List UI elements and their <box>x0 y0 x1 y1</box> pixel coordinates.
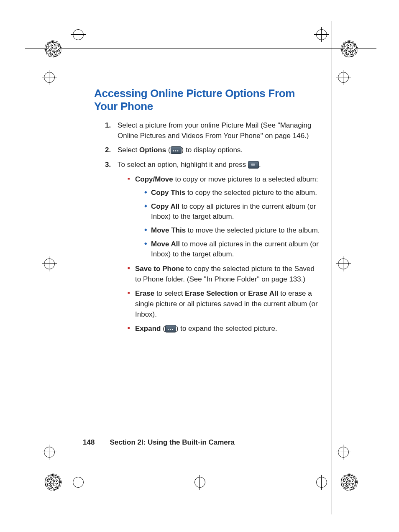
ok-key-icon <box>248 161 259 169</box>
page-content: Accessing Online Picture Options From Yo… <box>94 87 320 338</box>
move-all-label: Move All <box>151 240 180 248</box>
expand-label: Expand <box>135 325 161 332</box>
step-3: To select an option, highlight it and pr… <box>105 160 320 334</box>
step-2-text-a: Select <box>118 146 139 154</box>
copy-all-label: Copy All <box>151 202 179 210</box>
copymove-label: Copy/Move <box>135 175 173 183</box>
star-mark-icon <box>340 473 358 491</box>
softkey-dots-icon <box>165 325 176 332</box>
registration-mark-icon <box>44 447 55 458</box>
erase-text-b: or <box>238 289 248 297</box>
sub-move-this: Move This to move the selected picture t… <box>144 225 320 236</box>
step-2-text-c: ( <box>166 146 170 154</box>
star-mark-icon <box>44 473 62 491</box>
expand-text-b: ) to expand the selected picture. <box>176 325 277 332</box>
option-copymove: Copy/Move to copy or move pictures to a … <box>128 174 320 260</box>
crop-line <box>68 21 68 514</box>
registration-mark-icon <box>44 72 55 83</box>
step-3-text-b: . <box>259 161 261 169</box>
option-save-to-phone: Save to Phone to copy the selected pictu… <box>128 264 320 284</box>
step-1-text: Select a picture from your online Pictur… <box>118 121 311 140</box>
registration-mark-icon <box>338 258 349 269</box>
copy-this-text: to copy the selected picture to the albu… <box>185 189 317 197</box>
section-title: Section 2I: Using the Built-in Camera <box>110 438 235 446</box>
option-erase: Erase to select Erase Selection or Erase… <box>128 289 320 320</box>
step-list: Select a picture from your online Pictur… <box>94 120 320 334</box>
options-label: Options <box>139 146 166 154</box>
sub-move-all: Move All to move all pictures in the cur… <box>144 239 320 260</box>
page-footer: 148Section 2I: Using the Built-in Camera <box>83 438 235 447</box>
copy-this-label: Copy This <box>151 189 185 197</box>
star-mark-icon <box>44 40 62 58</box>
move-this-label: Move This <box>151 226 186 234</box>
sub-copy-this: Copy This to copy the selected picture t… <box>144 188 320 198</box>
registration-mark-icon <box>316 29 327 40</box>
step-2-text-d: ) to display options. <box>182 146 243 154</box>
page-number: 148 <box>83 438 95 446</box>
erase-label: Erase <box>135 289 154 297</box>
copymove-text: to copy or move pictures to a selected a… <box>173 175 318 183</box>
sub-copy-all: Copy All to copy all pictures in the cur… <box>144 202 320 222</box>
expand-text-a: ( <box>161 325 165 332</box>
step-1: Select a picture from your online Pictur… <box>105 120 320 141</box>
crop-line <box>25 49 376 49</box>
star-mark-icon <box>340 40 358 58</box>
registration-mark-icon <box>194 477 205 488</box>
erase-selection-label: Erase Selection <box>185 289 238 297</box>
registration-mark-icon <box>73 29 84 40</box>
copymove-sublist: Copy This to copy the selected picture t… <box>135 188 320 260</box>
step-2: Select Options () to display options. <box>105 145 320 156</box>
option-list: Copy/Move to copy or move pictures to a … <box>118 174 320 334</box>
page-heading: Accessing Online Picture Options From Yo… <box>94 87 320 113</box>
registration-mark-icon <box>316 477 327 488</box>
option-expand: Expand () to expand the selected picture… <box>128 324 320 334</box>
erase-text-a: to select <box>154 289 185 297</box>
registration-mark-icon <box>338 72 349 83</box>
move-this-text: to move the selected picture to the albu… <box>186 226 320 234</box>
registration-mark-icon <box>73 477 84 488</box>
registration-mark-icon <box>44 258 55 269</box>
erase-all-label: Erase All <box>248 289 278 297</box>
step-3-text-a: To select an option, highlight it and pr… <box>118 161 248 169</box>
crop-line <box>332 21 332 514</box>
softkey-dots-icon <box>171 146 182 154</box>
save-label: Save to Phone <box>135 265 184 273</box>
registration-mark-icon <box>338 447 349 458</box>
